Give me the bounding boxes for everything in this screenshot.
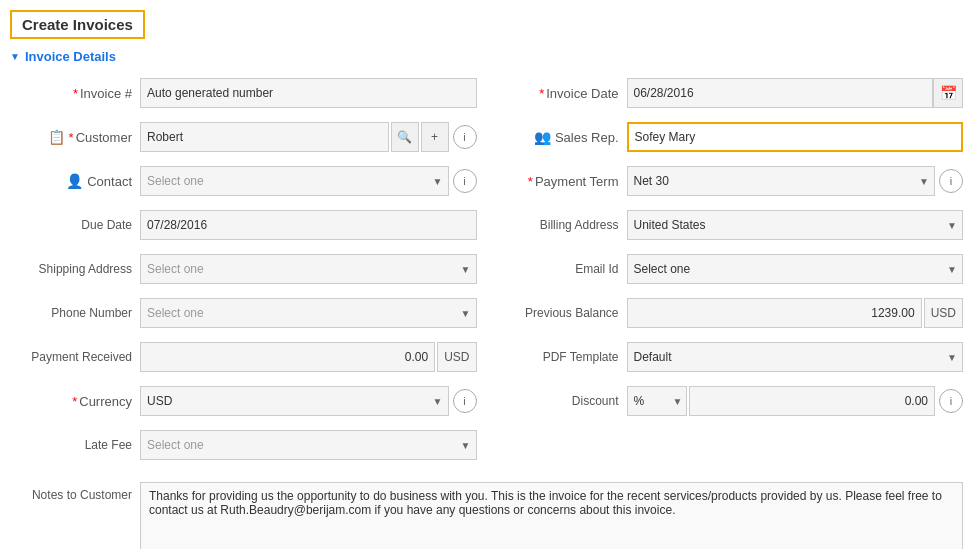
- currency-label: *Currency: [10, 394, 140, 409]
- shipping-address-select[interactable]: Select one: [140, 254, 477, 284]
- sales-rep-label: 👥 Sales Rep.: [497, 129, 627, 145]
- billing-address-select[interactable]: United States: [627, 210, 964, 240]
- customer-add-button[interactable]: +: [421, 122, 449, 152]
- due-date-input[interactable]: [140, 210, 477, 240]
- sales-rep-icon: 👥: [534, 129, 551, 145]
- invoice-number-label: *Invoice #: [10, 86, 140, 101]
- invoice-date-input[interactable]: [627, 78, 934, 108]
- discount-label: Discount: [497, 394, 627, 408]
- payment-received-usd: USD: [437, 342, 476, 372]
- contact-label: 👤 Contact: [10, 173, 140, 189]
- currency-info-button[interactable]: i: [453, 389, 477, 413]
- payment-received-value: 0.00: [140, 342, 435, 372]
- invoice-date-label: *Invoice Date: [497, 86, 627, 101]
- previous-balance-usd: USD: [924, 298, 963, 328]
- late-fee-select[interactable]: Select one: [140, 430, 477, 460]
- late-fee-label: Late Fee: [10, 438, 140, 452]
- pdf-template-label: PDF Template: [497, 350, 627, 364]
- sales-rep-input[interactable]: [627, 122, 964, 152]
- payment-term-info-button[interactable]: i: [939, 169, 963, 193]
- customer-label: 📋 *Customer: [10, 129, 140, 145]
- notes-textarea[interactable]: [140, 482, 963, 549]
- customer-icon: 📋: [48, 129, 65, 145]
- previous-balance-value: 1239.00: [627, 298, 922, 328]
- notes-label: Notes to Customer: [10, 482, 140, 502]
- email-id-label: Email Id: [497, 262, 627, 276]
- due-date-label: Due Date: [10, 218, 140, 232]
- currency-select[interactable]: USD: [140, 386, 449, 416]
- invoice-number-input[interactable]: [140, 78, 477, 108]
- email-id-select[interactable]: Select one: [627, 254, 964, 284]
- previous-balance-label: Previous Balance: [497, 306, 627, 320]
- customer-info-button[interactable]: i: [453, 125, 477, 149]
- billing-address-label: Billing Address: [497, 218, 627, 232]
- customer-search-button[interactable]: 🔍: [391, 122, 419, 152]
- contact-icon: 👤: [66, 173, 83, 189]
- shipping-address-label: Shipping Address: [10, 262, 140, 276]
- discount-info-button[interactable]: i: [939, 389, 963, 413]
- section-header: Invoice Details: [10, 49, 963, 64]
- payment-term-label: *Payment Term: [497, 174, 627, 189]
- discount-value: 0.00: [689, 386, 936, 416]
- page-title: Create Invoices: [10, 10, 145, 39]
- payment-term-select[interactable]: Net 30: [627, 166, 936, 196]
- phone-number-label: Phone Number: [10, 306, 140, 320]
- contact-info-button[interactable]: i: [453, 169, 477, 193]
- customer-input[interactable]: [140, 122, 389, 152]
- contact-select[interactable]: Select one: [140, 166, 449, 196]
- pdf-template-select[interactable]: Default: [627, 342, 964, 372]
- discount-type-select[interactable]: %: [627, 386, 687, 416]
- calendar-button[interactable]: 📅: [933, 78, 963, 108]
- phone-number-select[interactable]: Select one: [140, 298, 477, 328]
- payment-received-label: Payment Received: [10, 350, 140, 364]
